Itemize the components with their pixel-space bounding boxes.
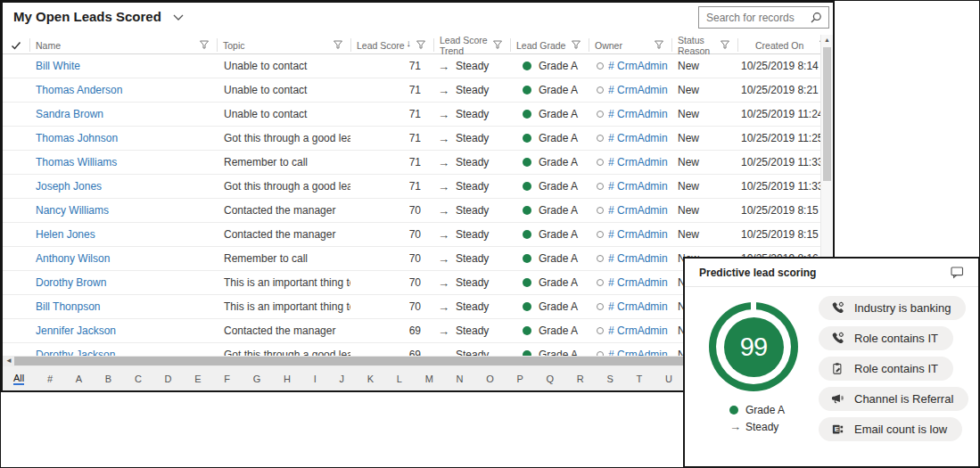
search-input[interactable]	[699, 12, 810, 24]
sort-descending-icon[interactable]: ↓	[407, 37, 412, 48]
lead-name-link[interactable]: Bill Thonpson	[36, 300, 101, 313]
jump-letter-e[interactable]: E	[194, 374, 201, 384]
jump-letter-m[interactable]: M	[425, 374, 433, 384]
column-header-owner[interactable]: Owner	[589, 35, 671, 56]
jump-letter-j[interactable]: J	[340, 374, 345, 384]
jump-letter-n[interactable]: N	[457, 374, 464, 384]
table-row[interactable]: Bill White Unable to contact 71 →Steady …	[3, 54, 833, 78]
horizontal-scroll-thumb[interactable]	[14, 357, 777, 365]
view-selector[interactable]: My Open Leads Scored	[13, 9, 184, 24]
table-row[interactable]: Sandra Brown Unable to contact 71 →Stead…	[3, 103, 833, 127]
jump-letter-b[interactable]: B	[105, 374, 111, 384]
jump-letter-l[interactable]: L	[397, 374, 402, 384]
select-all-header[interactable]	[3, 35, 29, 56]
lead-name-link[interactable]: Thomas Johnson	[36, 132, 118, 144]
jump-letter-f[interactable]: F	[224, 374, 230, 384]
lead-name-link[interactable]: Nancy Williams	[36, 204, 109, 217]
comment-icon[interactable]	[951, 266, 964, 279]
owner-cell: # CrmAdmin	[589, 324, 671, 337]
jump-letter-i[interactable]: I	[314, 374, 317, 384]
search-icon[interactable]	[810, 12, 822, 24]
presence-icon	[597, 327, 604, 334]
jump-letter-r[interactable]: R	[577, 374, 584, 384]
jump-letter-u[interactable]: U	[665, 374, 672, 384]
vertical-scroll-thumb[interactable]	[823, 47, 831, 181]
jump-letter-k[interactable]: K	[367, 374, 374, 384]
screenshot-canvas: My Open Leads Scored Name Topic Lead Sco…	[0, 0, 980, 468]
steady-arrow-icon: →	[438, 156, 449, 169]
column-header-lead-grade[interactable]: Lead Grade	[510, 35, 589, 56]
column-header-topic[interactable]: Topic	[217, 35, 350, 56]
lead-name-link[interactable]: Bill White	[36, 60, 80, 72]
created-on-cell: 10/25/2019 11:25 PM	[737, 132, 833, 144]
column-header-lead-score[interactable]: Lead Score ↓	[350, 35, 433, 56]
lead-score-trend-cell: →Steady	[433, 84, 510, 97]
lead-name-link[interactable]: Helen Jones	[36, 228, 95, 241]
owner-link[interactable]: # CrmAdmin	[608, 204, 668, 217]
lead-name-link[interactable]: Anthony Wilson	[36, 252, 110, 265]
checkmark-icon	[11, 40, 21, 51]
jump-letter-g[interactable]: G	[253, 374, 261, 384]
jump-letter-all[interactable]: All	[13, 373, 24, 385]
owner-link[interactable]: # CrmAdmin	[608, 156, 668, 168]
filter-icon[interactable]	[571, 39, 581, 50]
panel-title: Predictive lead scoring	[699, 267, 816, 279]
owner-link[interactable]: # CrmAdmin	[608, 84, 668, 96]
owner-link[interactable]: # CrmAdmin	[608, 324, 668, 337]
owner-link[interactable]: # CrmAdmin	[608, 180, 668, 193]
table-row[interactable]: Thomas Johnson Got this through a good l…	[3, 127, 833, 151]
jump-letter-h[interactable]: H	[284, 374, 291, 384]
jump-letter-c[interactable]: C	[135, 374, 142, 384]
owner-link[interactable]: # CrmAdmin	[608, 60, 668, 72]
filter-icon[interactable]	[654, 39, 664, 50]
filter-icon[interactable]	[416, 39, 426, 50]
grade-a-dot-icon	[523, 254, 531, 263]
steady-arrow-icon: →	[438, 180, 449, 193]
table-row[interactable]: Joseph Jones Got this through a good lea…	[3, 175, 833, 199]
column-header-name[interactable]: Name	[29, 35, 217, 56]
jump-letter-p[interactable]: P	[516, 374, 523, 384]
topic-cell: Unable to contact	[217, 84, 350, 96]
owner-link[interactable]: # CrmAdmin	[608, 108, 668, 120]
table-row[interactable]: Helen Jones Contacted the manager 70 →St…	[3, 223, 833, 247]
jump-letter-o[interactable]: O	[486, 374, 494, 384]
jump-letter-t[interactable]: T	[637, 374, 643, 384]
grade-a-dot-icon	[523, 206, 531, 215]
lead-name-link[interactable]: Thomas Williams	[36, 156, 117, 168]
lead-name-link[interactable]: Jennifer Jackson	[36, 324, 116, 337]
jump-letter-#[interactable]: #	[47, 374, 53, 384]
filter-icon[interactable]	[720, 39, 730, 50]
lead-name-link[interactable]: Joseph Jones	[36, 180, 102, 193]
table-row[interactable]: Nancy Williams Contacted the manager 70 …	[3, 199, 833, 223]
scroll-up-arrow-icon[interactable]: ▲	[824, 37, 830, 43]
owner-link[interactable]: # CrmAdmin	[608, 300, 668, 313]
filter-icon[interactable]	[333, 39, 343, 50]
scroll-left-arrow-icon[interactable]: ◄	[5, 357, 12, 365]
lead-name-link[interactable]: Dorothy Brown	[36, 276, 106, 289]
filter-icon[interactable]	[199, 39, 210, 50]
table-row[interactable]: Thomas Williams Remember to call 71 →Ste…	[3, 151, 833, 175]
chevron-down-icon[interactable]	[173, 14, 184, 21]
column-header-lead-score-trend[interactable]: Lead Score Trend	[433, 35, 510, 56]
lead-score-cell: 71	[350, 132, 433, 144]
owner-link[interactable]: # CrmAdmin	[608, 228, 668, 241]
lead-name-link[interactable]: Thomas Anderson	[36, 84, 122, 96]
grade-a-dot-icon	[523, 158, 531, 167]
jump-letter-s[interactable]: S	[607, 374, 614, 384]
jump-letter-a[interactable]: A	[76, 374, 82, 384]
owner-link[interactable]: # CrmAdmin	[608, 132, 668, 144]
lead-score-trend-cell: →Steady	[433, 300, 510, 314]
lead-name-link[interactable]: Sandra Brown	[36, 108, 103, 120]
column-header-status-reason[interactable]: Status Reason	[671, 35, 737, 56]
owner-link[interactable]: # CrmAdmin	[608, 276, 668, 289]
column-header-created-on[interactable]: Created On	[737, 35, 833, 56]
table-row[interactable]: Thomas Anderson Unable to contact 71 →St…	[3, 78, 833, 103]
owner-link[interactable]: # CrmAdmin	[608, 252, 668, 265]
jump-letter-q[interactable]: Q	[547, 374, 555, 384]
search-box[interactable]	[698, 6, 829, 29]
lead-grade-cell: Grade A	[510, 60, 589, 72]
steady-arrow-icon: →	[438, 276, 449, 290]
phone-gear-icon	[831, 332, 844, 345]
filter-icon[interactable]	[492, 39, 503, 50]
jump-letter-d[interactable]: D	[165, 374, 172, 384]
